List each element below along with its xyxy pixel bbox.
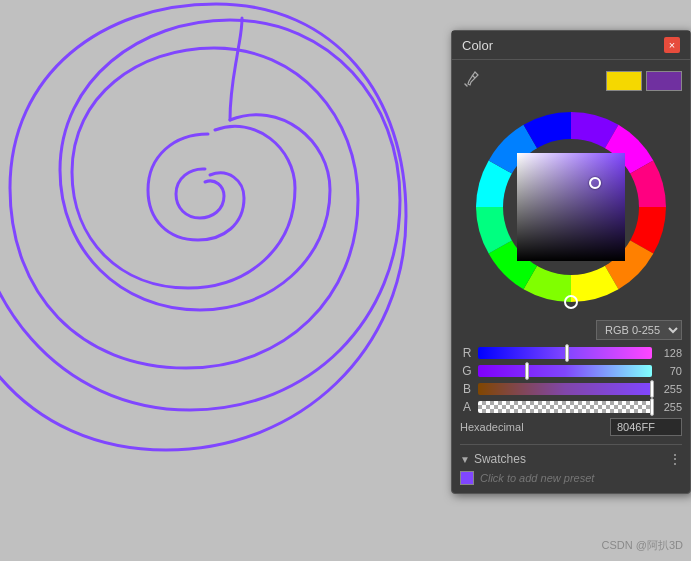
add-preset-text[interactable]: Click to add new preset: [480, 472, 594, 484]
gradient-square[interactable]: [517, 153, 625, 261]
mode-row: RGB 0-255: [460, 320, 682, 340]
foreground-swatch[interactable]: [606, 71, 642, 91]
swatches-title-row: ▼ Swatches: [460, 452, 526, 466]
close-button[interactable]: ×: [664, 37, 680, 53]
b-value: 255: [656, 383, 682, 395]
g-label: G: [460, 364, 474, 378]
color-picker-container[interactable]: [466, 102, 676, 312]
picker-circle[interactable]: [589, 177, 601, 189]
saturation-value-gradient[interactable]: [517, 153, 625, 261]
swatches-toggle-icon[interactable]: ▼: [460, 454, 470, 465]
toolbar-row: [460, 68, 682, 94]
panel-title: Color: [462, 38, 493, 53]
a-value: 255: [656, 401, 682, 413]
canvas-area: [0, 0, 420, 561]
background-swatch[interactable]: [646, 71, 682, 91]
add-preset-row[interactable]: Click to add new preset: [460, 471, 682, 485]
hex-row: Hexadecimal: [460, 418, 682, 436]
panel-title-bar: Color ×: [452, 31, 690, 60]
g-slider-thumb[interactable]: [525, 362, 529, 380]
r-value: 128: [656, 347, 682, 359]
swatches-header: ▼ Swatches ⋮: [460, 451, 682, 467]
svg-rect-0: [0, 0, 420, 561]
r-slider[interactable]: [478, 347, 652, 359]
a-label: A: [460, 400, 474, 414]
hex-label: Hexadecimal: [460, 421, 606, 433]
eyedropper-icon[interactable]: [460, 68, 482, 94]
new-preset-swatch[interactable]: [460, 471, 474, 485]
color-mode-select[interactable]: RGB 0-255: [596, 320, 682, 340]
r-slider-thumb[interactable]: [565, 344, 569, 362]
swatches-label: Swatches: [474, 452, 526, 466]
b-slider-row: B 255: [460, 382, 682, 396]
b-label: B: [460, 382, 474, 396]
panel-body: RGB 0-255 R 128 G 70 B 255: [452, 60, 690, 493]
b-slider[interactable]: [478, 383, 652, 395]
a-slider-thumb[interactable]: [650, 398, 654, 416]
g-slider-row: G 70: [460, 364, 682, 378]
swatches-section: ▼ Swatches ⋮ Click to add new preset: [460, 444, 682, 485]
g-slider[interactable]: [478, 365, 652, 377]
watermark: CSDN @阿扒3D: [602, 538, 683, 553]
a-slider-row: A 255: [460, 400, 682, 414]
a-slider[interactable]: [478, 401, 652, 413]
b-slider-thumb[interactable]: [650, 380, 654, 398]
spiral-svg: [0, 0, 420, 561]
g-value: 70: [656, 365, 682, 377]
fg-bg-swatches: [606, 71, 682, 91]
r-slider-row: R 128: [460, 346, 682, 360]
swatches-menu-icon[interactable]: ⋮: [668, 451, 682, 467]
hex-input[interactable]: [610, 418, 682, 436]
color-panel: Color ×: [451, 30, 691, 494]
r-label: R: [460, 346, 474, 360]
